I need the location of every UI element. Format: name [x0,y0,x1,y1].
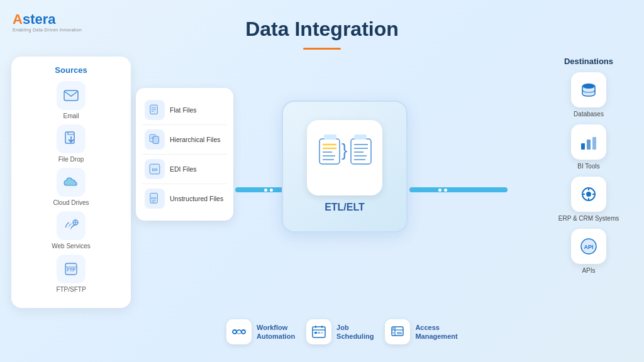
cloud-drives-label: Cloud Drives [53,199,89,206]
edi-files-icon: EDI [148,163,161,175]
svg-rect-37 [354,134,367,140]
svg-text:API: API [584,244,593,250]
svg-rect-58 [318,332,320,334]
web-services-label: Web Services [52,243,91,250]
flat-files-icon-box [145,100,165,120]
svg-rect-57 [314,332,317,334]
svg-point-52 [242,330,245,334]
ftp-sftp-icon-box: FTP [57,255,86,283]
unstructured-files-icon: PDF [148,192,161,205]
flat-files-label: Flat Files [170,106,197,114]
file-drop-icon [63,131,79,147]
svg-rect-30 [351,139,371,164]
databases-label: Databases [574,110,604,118]
erp-crm-label: ERP & CRM Systems [558,214,619,222]
svg-text:EDI: EDI [152,168,158,172]
workflow-icon-box [226,319,252,344]
dest-item-erp-crm: ERP & CRM Systems [545,177,633,222]
erp-crm-icon-box [571,177,606,212]
tool-item-job-scheduling: Job Scheduling [306,319,374,344]
sources-panel-title: Sources [18,65,125,75]
file-item-flat: Flat Files [142,96,227,125]
svg-point-44 [586,192,591,197]
source-item-file-drop: File Drop [18,124,125,163]
svg-rect-1 [65,132,74,143]
job-scheduling-label: Job Scheduling [336,323,374,341]
destinations-panel-title: Destinations [545,57,633,66]
svg-rect-41 [587,140,591,150]
page-title: Data Integration [0,18,644,41]
ftp-sftp-label: FTP/SFTP [56,286,86,293]
svg-rect-40 [581,143,585,150]
svg-point-51 [233,330,236,334]
svg-rect-0 [64,90,78,101]
files-panel: Flat Files Hierarchical Files EDI EDI Fi… [136,88,233,221]
svg-rect-65 [397,332,402,334]
svg-text:}: } [341,140,347,160]
bi-tools-icon [579,132,599,152]
sources-panel: Sources Email File Drop Cl [11,57,131,308]
email-icon [63,87,79,104]
source-item-email: Email [18,81,125,119]
job-scheduling-icon-box [306,319,331,344]
etl-icon-area: } [307,120,382,195]
svg-text:FTP: FTP [67,267,75,273]
tool-item-access-management: Access Management [385,319,457,344]
right-connector [409,187,508,192]
access-management-icon-box [385,319,410,344]
destinations-panel: Destinations Databases BI Tools [545,57,633,281]
file-drop-icon-box [57,124,86,153]
cloud-drives-icon-box [57,168,86,197]
source-item-ftp-sftp: FTP FTP/SFTP [18,255,125,293]
bottom-tools: Workflow Automation Job Scheduling [226,319,458,344]
ftp-sftp-icon: FTP [63,261,79,277]
etl-box: } ETL/ELT [282,101,408,233]
email-icon-box [57,81,86,110]
hierarchical-files-label: Hierarchical Files [170,136,221,143]
file-item-unstructured: PDF Unstructured Files [142,184,227,213]
svg-rect-59 [321,332,323,334]
hierarchical-files-icon-box [145,129,165,150]
apis-label: APIs [582,266,595,275]
edi-files-icon-box: EDI [145,159,165,179]
access-management-label: Access Management [415,323,457,341]
bi-tools-label: BI Tools [577,162,599,170]
cloud-drives-icon [63,174,79,190]
file-item-hierarchical: Hierarchical Files [142,125,227,155]
dest-item-bi-tools: BI Tools [545,124,633,170]
file-drop-label: File Drop [58,156,84,163]
svg-point-64 [393,332,394,334]
tool-item-workflow: Workflow Automation [226,319,295,344]
workflow-label: Workflow Automation [257,323,295,341]
svg-rect-23 [319,139,340,164]
flat-files-icon [148,104,161,116]
svg-point-63 [393,328,394,329]
title-underline [303,48,341,50]
apis-icon: API [579,236,599,256]
file-item-edi: EDI EDI Files [142,155,227,184]
unstructured-files-icon-box: PDF [145,189,165,209]
edi-files-label: EDI Files [170,165,197,173]
source-item-web-services: Web Services [18,211,125,250]
dest-item-apis: API APIs [545,229,633,275]
hierarchical-files-icon [148,133,161,146]
web-services-icon [63,217,79,234]
unstructured-files-label: Unstructured Files [170,195,223,202]
etl-label: ETL/ELT [325,202,365,213]
erp-crm-icon [579,184,599,204]
source-item-cloud-drives: Cloud Drives [18,168,125,206]
job-scheduling-icon [311,324,326,339]
etl-diagram-icon: } [316,129,373,186]
databases-icon-box [571,72,606,107]
svg-point-39 [582,84,595,89]
svg-rect-36 [324,134,336,140]
web-services-icon-box [57,211,86,240]
email-label: Email [63,112,79,119]
workflow-icon [231,324,247,339]
bi-tools-icon-box [571,124,606,160]
svg-rect-42 [592,137,596,150]
access-management-icon [390,324,405,339]
apis-icon-box: API [571,229,606,264]
svg-text:PDF: PDF [151,197,157,200]
dest-item-databases: Databases [545,72,633,118]
